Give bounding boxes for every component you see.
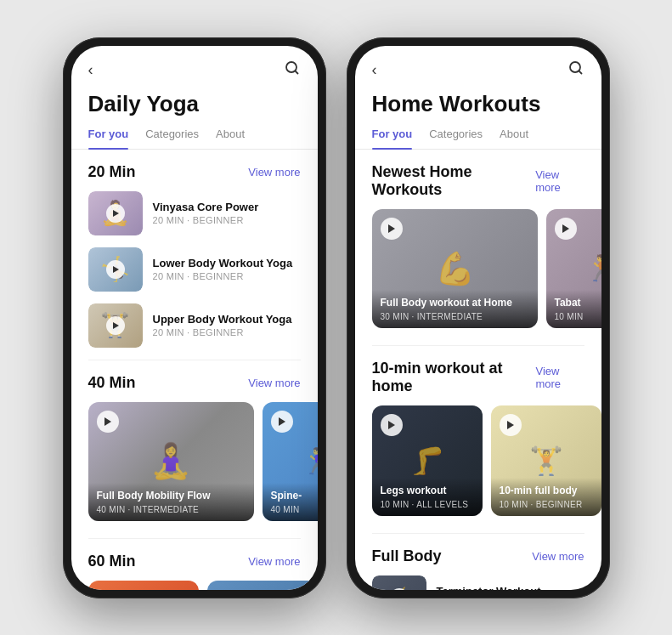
list-item[interactable]: 🤸 Lower Body Workout Yoga 20 MIN · BEGIN… — [88, 247, 301, 292]
phone2-tab-categories[interactable]: Categories — [429, 128, 483, 149]
phone2-newest-viewmore[interactable]: View more — [535, 168, 584, 194]
card-fullbody[interactable]: 🧘‍♀️ Full Body Mobility Flow 40 MIN · IN… — [88, 402, 254, 521]
list-item[interactable]: 🧘 Vinyasa Core Power 20 MIN · BEGINNER — [88, 191, 301, 235]
phone1-wrapper: ‹ Daily Yoga For you Categories — [63, 37, 326, 598]
phone2-topbar: ‹ — [355, 46, 601, 88]
phone1-20min-title: 20 Min — [88, 163, 136, 181]
card-tabata[interactable]: 🏃 Tabat 10 MIN — [546, 209, 601, 328]
phone1-title: Daily Yoga — [71, 88, 318, 128]
phone1-scroll: 20 Min View more 🧘 — [71, 150, 318, 590]
phone1-40min-title: 40 Min — [88, 374, 136, 392]
card-subtitle: 40 MIN — [271, 505, 318, 514]
phone2-title: Home Workouts — [355, 88, 601, 128]
card-title: Spine- — [271, 490, 318, 503]
thumb-upper: 🏋️ — [88, 303, 143, 348]
phone2-tab-about[interactable]: About — [500, 128, 528, 149]
phone1-device: ‹ Daily Yoga For you Categories — [63, 37, 326, 598]
phone1-60min-title: 60 Min — [88, 553, 136, 570]
phone1-60min-cards: ☀️ 🌊 — [71, 581, 318, 590]
phone1-60min-viewmore[interactable]: View more — [248, 555, 300, 568]
list-item[interactable]: 🏋️ Upper Body Workout Yoga 20 MIN · BEGI… — [88, 303, 301, 348]
card-subtitle: 30 MIN · INTERMEDIATE — [381, 312, 529, 321]
phone1-back-button[interactable]: ‹ — [88, 62, 93, 77]
thumb-terminator: ⚡ — [372, 575, 426, 590]
phone2-scroll: Newest Home Workouts View more 💪 — [355, 150, 601, 590]
phone2-10min-viewmore[interactable]: View more — [535, 365, 584, 390]
svg-point-2 — [570, 62, 580, 72]
card-title: Full Body Mobility Flow — [97, 490, 246, 503]
card-title: Tabat — [555, 297, 601, 310]
card-title: Legs workout — [381, 485, 474, 498]
phone2-fullbody-title: Full Body — [372, 547, 442, 565]
phone1-tab-about[interactable]: About — [216, 128, 245, 149]
phone2-device: ‹ Home Workouts For you Categori — [347, 37, 610, 598]
phone1-tab-categories[interactable]: Categories — [145, 128, 199, 149]
phone1-topbar: ‹ — [71, 46, 318, 88]
phone2-tab-foryou[interactable]: For you — [372, 128, 413, 149]
card-60b[interactable]: 🌊 — [207, 581, 318, 590]
item-meta: 20 MIN · BEGINNER — [153, 271, 293, 281]
item-title: Lower Body Workout Yoga — [153, 257, 293, 269]
phone1-tabs: For you Categories About — [71, 128, 318, 150]
phone1-tab-foryou[interactable]: For you — [88, 128, 129, 149]
list-item[interactable]: ⚡ Terminator Workout 10 MIN · BEGINNER — [372, 575, 584, 590]
phone2-10min-title: 10-min workout at home — [372, 360, 536, 395]
phone1-40min-cards: 🧘‍♀️ Full Body Mobility Flow 40 MIN · IN… — [71, 402, 318, 535]
phone1-40min-viewmore[interactable]: View more — [248, 377, 300, 389]
phone2-back-button[interactable]: ‹ — [372, 62, 377, 77]
item-title: Vinyasa Core Power — [153, 201, 259, 213]
phone2-newest-title: Newest Home Workouts — [372, 163, 536, 199]
phones-container: ‹ Daily Yoga For you Categories — [63, 37, 610, 598]
phone1-section-40min: 40 Min View more — [71, 360, 318, 392]
phone2-section-newest: Newest Home Workouts View more — [355, 150, 601, 199]
thumb-lower: 🤸 — [88, 247, 143, 292]
phone1-section-20min: 20 Min View more 🧘 — [71, 150, 318, 348]
phone1-screen: ‹ Daily Yoga For you Categories — [71, 46, 318, 590]
phone2-tabs: For you Categories About — [355, 128, 601, 150]
phone2-section-10min: 10-min workout at home View more — [355, 346, 601, 395]
card-subtitle: 40 MIN · INTERMEDIATE — [97, 505, 246, 514]
item-title: Upper Body Workout Yoga — [153, 313, 292, 326]
svg-line-3 — [579, 71, 582, 74]
phone2-10min-cards: 🦵 Legs workout 10 MIN · ALL LEVELS — [355, 405, 601, 530]
card-legs[interactable]: 🦵 Legs workout 10 MIN · ALL LEVELS — [372, 405, 483, 516]
card-fullbody-home[interactable]: 💪 Full Body workout at Home 30 MIN · INT… — [372, 209, 538, 328]
card-subtitle: 10 MIN · BEGINNER — [500, 500, 593, 509]
card-title: 10-min full body — [500, 485, 593, 498]
card-title: Full Body workout at Home — [381, 297, 529, 310]
phone1-search-button[interactable] — [284, 60, 301, 81]
phone1-section-60min: 60 Min View more — [71, 539, 318, 570]
phone2-screen: ‹ Home Workouts For you Categori — [355, 46, 601, 590]
phone2-wrapper: ‹ Home Workouts For you Categori — [347, 37, 610, 598]
svg-point-0 — [286, 62, 296, 72]
card-60a[interactable]: ☀️ — [88, 581, 199, 590]
card-spine[interactable]: 🏃‍♀️ Spine- 40 MIN — [263, 402, 318, 521]
card-subtitle: 10 MIN — [555, 312, 601, 321]
item-meta: 20 MIN · BEGINNER — [153, 327, 292, 337]
phone1-20min-viewmore[interactable]: View more — [248, 166, 300, 179]
card-10min-fullbody[interactable]: 🏋️ 10-min full body 10 MIN · BEGINNER — [491, 405, 601, 516]
card-subtitle: 10 MIN · ALL LEVELS — [381, 500, 474, 509]
phone2-fullbody-viewmore[interactable]: View more — [532, 550, 584, 563]
phone2-search-button[interactable] — [568, 60, 584, 81]
phone2-newest-cards: 💪 Full Body workout at Home 30 MIN · INT… — [355, 209, 601, 342]
item-title: Terminator Workout — [437, 585, 541, 590]
phone2-section-fullbody: Full Body View more ⚡ — [355, 534, 601, 590]
thumb-vinyasa: 🧘 — [88, 191, 143, 235]
item-meta: 20 MIN · BEGINNER — [153, 215, 259, 225]
svg-line-1 — [295, 71, 298, 74]
